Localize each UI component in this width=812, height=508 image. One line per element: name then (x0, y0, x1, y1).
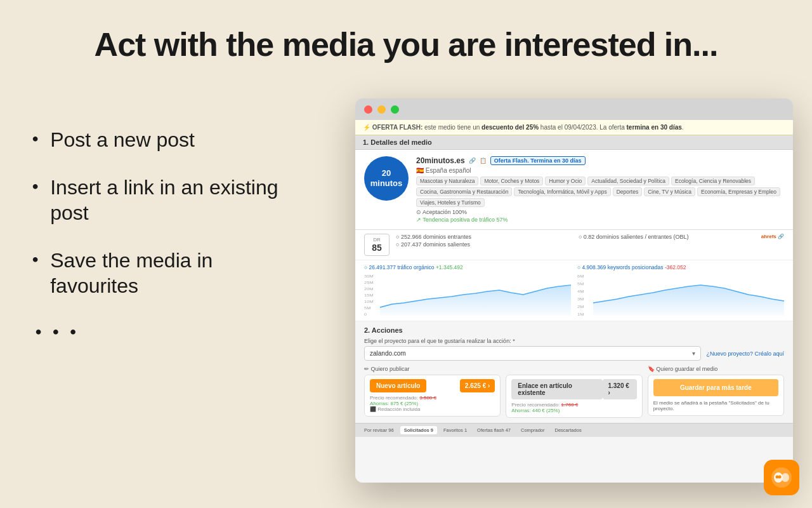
chart-keywords-area: 6M 5M 4M 3M 2M 1M (577, 272, 784, 317)
new-article-note: ⬛ Redacción incluida (370, 406, 495, 412)
svg-text:4M: 4M (577, 290, 584, 293)
chevron-down-icon: ▾ (692, 350, 695, 357)
new-article-header: Nuevo artículo 2.625 € › (370, 379, 495, 392)
svg-text:15M: 15M (364, 293, 374, 297)
existing-title (506, 366, 642, 372)
traffic-text: Tendencia positiva de tráfico 57% (422, 217, 508, 223)
bullet-text-3: Save the media in favourites (50, 248, 304, 298)
tag-item: Cine, TV y Música (644, 187, 695, 196)
save-column: 🔖 Quiero guardar el medio Guardar para m… (648, 366, 784, 418)
external-link-icon[interactable]: 🔗 (469, 157, 476, 164)
tab-ofertas-flash[interactable]: Ofertas flash 47 (473, 426, 514, 434)
tag-item: Economía, Empresas y Empleo (697, 187, 780, 196)
existing-recommended: Precio recomendado: 1.760 € (511, 402, 636, 408)
publish-column: ✏ Quiero publicar Nuevo artículo 2.625 €… (364, 366, 501, 418)
tab-por-revisar[interactable]: Por revisar 96 (360, 426, 398, 434)
project-select-box[interactable]: zalando.com ▾ (364, 346, 701, 361)
bullet-text-2: Insert a link in an existing post (50, 175, 304, 225)
browser-tabs: Por revisar 96 Solicitados 9 Favoritos 1… (355, 423, 793, 437)
tag-item: Viajes, Hoteles y Turismo (416, 198, 485, 207)
list-item-more: • • • (32, 321, 304, 344)
new-article-recommended: Precio recomendado: 3.500 € (370, 395, 495, 401)
keywords-chart: ○ 4.908.369 keywords posicionadas -362.0… (577, 264, 784, 317)
tag-item: Motor, Coches y Motos (480, 177, 543, 185)
svg-point-19 (778, 476, 782, 479)
browser-titlebar (355, 98, 793, 120)
flash-text: ⚡ OFERTA FLASH: este medio tiene un desc… (363, 124, 684, 131)
chart-keywords-title: ○ 4.908.369 keywords posicionadas -362.0… (577, 264, 784, 271)
traffic-icon: ↗ (416, 217, 421, 223)
existing-link-price[interactable]: 1.320 € › (603, 379, 636, 399)
tag-item: Tecnología, Informática, Móvil y Apps (514, 187, 610, 196)
svg-text:2M: 2M (577, 305, 584, 309)
copy-icon[interactable]: 📋 (480, 157, 487, 164)
list-item-1: • Post a new post (32, 127, 304, 152)
section1-header: 1. Detalles del medio (355, 135, 793, 150)
existing-link-button[interactable]: Enlace en artículo existente (511, 379, 603, 399)
svg-text:20M: 20M (364, 287, 374, 291)
bullet-dot-2: • (32, 175, 39, 199)
svg-text:1M: 1M (577, 312, 584, 316)
maximize-button[interactable] (391, 105, 399, 114)
new-project-link[interactable]: ¿Nuevo proyecto? Créalo aquí (706, 351, 784, 357)
save-card: Guardar para más tarde El medio se añadi… (648, 375, 784, 416)
tag-item: Deportes (613, 187, 643, 196)
svg-marker-14 (593, 285, 784, 316)
list-item-2: • Insert a link in an existing post (32, 175, 304, 225)
svg-text:30M: 30M (364, 274, 374, 278)
svg-text:5M: 5M (577, 282, 584, 286)
svg-text:0: 0 (364, 312, 367, 316)
tag-item: Humor y Ocio (545, 177, 586, 185)
offer-badge: Oferta Flash. Termina en 30 días (490, 156, 586, 165)
obl-icon: ○ (579, 234, 582, 240)
existing-link-card: Enlace en artículo existente 1.320 € › P… (506, 375, 642, 418)
flash-banner: ⚡ OFERTA FLASH: este medio tiene un desc… (355, 120, 793, 135)
svg-marker-7 (380, 285, 571, 316)
tags-container: Mascotas y Naturaleza Motor, Coches y Mo… (416, 177, 784, 207)
new-article-button[interactable]: Nuevo artículo (370, 379, 426, 392)
domains-out: ○ 207.437 dominios salientes (396, 241, 572, 248)
svg-text:10M: 10M (364, 300, 374, 304)
tag-item: Mascotas y Naturaleza (416, 177, 478, 185)
publish-card: Nuevo artículo 2.625 € › Precio recomend… (364, 375, 501, 417)
tab-solicitados[interactable]: Solicitados 9 (400, 426, 437, 434)
tab-favoritos[interactable]: Favoritos 1 (440, 426, 471, 434)
media-details: 20minutos 20minutos.es 🔗 📋 Oferta Flash.… (355, 150, 793, 230)
chatbot-button[interactable] (764, 460, 799, 495)
svg-text:6M: 6M (577, 274, 584, 278)
tab-descartados[interactable]: Descartados (551, 426, 586, 434)
domains-in: ○ 252.966 dominios entrantes (396, 234, 572, 240)
bullet-text-1: Post a new post (50, 127, 195, 152)
dr-box: DR 85 (364, 234, 390, 256)
media-country: 🇪🇸 España español (416, 167, 784, 174)
tab-comprador[interactable]: Comprador (517, 426, 549, 434)
svg-text:25M: 25M (364, 281, 374, 284)
browser-window: ⚡ OFERTA FLASH: este medio tiene un desc… (355, 98, 793, 483)
chart-organic-area: 30M 25M 20M 15M 10M 5M 0 (364, 272, 571, 317)
existing-link-column: Enlace en artículo existente 1.320 € › P… (506, 366, 642, 418)
existing-link-header: Enlace en artículo existente 1.320 € › (511, 379, 636, 399)
tag-item: Ecología, Ciencia y Renovables (671, 177, 755, 185)
media-logo: 20minutos (364, 156, 409, 201)
acceptance-icon: ⊙ (416, 209, 421, 215)
minimize-button[interactable] (377, 105, 386, 114)
bullet-list: • Post a new post • Insert a link in an … (32, 127, 304, 366)
domain-stats: ○ 252.966 dominios entrantes ○ 207.437 d… (396, 234, 572, 249)
organic-traffic-chart: ○ 26.491.377 tráfico orgánico +1.345.492… (364, 264, 571, 317)
action-cards-row: ✏ Quiero publicar Nuevo artículo 2.625 €… (364, 366, 784, 418)
media-name: 20minutos.es (416, 156, 465, 165)
project-value: zalando.com (370, 350, 406, 357)
close-button[interactable] (364, 105, 372, 114)
ahrefs-badge[interactable]: ahrefs 🔗 (761, 234, 784, 239)
media-info: 20minutos.es 🔗 📋 Oferta Flash. Termina e… (416, 156, 784, 223)
existing-savings: Ahorras: 440 € (25%) (511, 408, 636, 413)
save-later-button[interactable]: Guardar para más tarde (653, 379, 778, 396)
bullet-dot-1: • (32, 127, 39, 151)
list-item-3: • Save the media in favourites (32, 248, 304, 298)
new-article-price[interactable]: 2.625 € › (460, 379, 495, 392)
more-dots: • • • (35, 321, 79, 344)
svg-text:5M: 5M (364, 306, 371, 310)
dr-label: DR (370, 237, 384, 243)
actions-section: 2. Acciones Elige el proyecto para el qu… (355, 321, 793, 423)
dr-value: 85 (370, 243, 384, 253)
